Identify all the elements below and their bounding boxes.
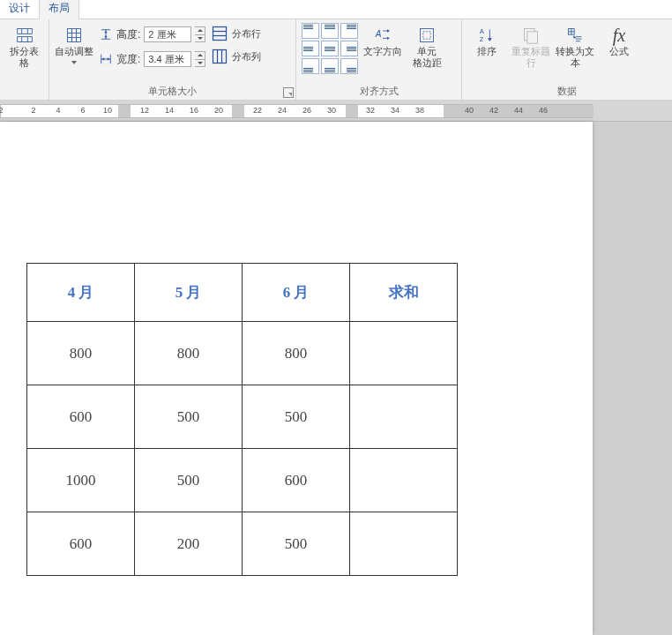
sort-button[interactable]: AZ 排序 [467,23,506,57]
ruler-number: 20 [214,106,223,115]
row-height-label: 高度: [116,27,140,42]
align-mid-center[interactable] [321,41,339,56]
group-data: AZ 排序 重复标题行 转换为文本 fx 公式 数据 [462,19,672,100]
formula-button[interactable]: fx 公式 [600,23,638,57]
distribute-rows-button[interactable]: 分布行 [211,25,261,42]
repeat-header-button: 重复标题行 [511,23,550,69]
svg-marker-19 [102,57,105,61]
sort-icon: AZ [478,26,496,44]
svg-rect-6 [68,29,81,42]
tab-design[interactable]: 设计 [0,0,39,19]
ruler-area: 224610121416202224263032343840424446 [0,101,672,122]
svg-rect-1 [17,37,32,42]
ruler-number: 44 [514,106,523,115]
align-mid-right[interactable] [340,41,358,56]
cell-margins-button[interactable]: 单元 格边距 [407,23,446,69]
ribbon: 拆分表格 自动调整 高度: 2 厘米 [0,19,672,101]
group-cell-size: 自动调整 高度: 2 厘米 宽度: 3.4 厘米 [49,19,296,100]
table-cell[interactable]: 600 [27,385,135,449]
svg-rect-24 [213,50,227,64]
table-header-cell[interactable]: 5 月 [135,264,243,322]
col-width-stepper[interactable] [195,51,205,67]
document-page[interactable]: 4 月5 月6 月求和 8008008006005005001000500600… [0,122,593,635]
svg-marker-15 [104,36,108,39]
autofit-button[interactable]: 自动调整 [55,23,93,64]
text-direction-button[interactable]: A 文字方向 [363,23,402,57]
group-data-label: 数据 [467,83,667,98]
row-height-control: 高度: 2 厘米 [99,25,205,44]
table-cell[interactable]: 500 [135,385,243,449]
table-cell[interactable] [350,449,458,512]
svg-marker-14 [104,31,108,34]
table-cell[interactable]: 800 [27,322,135,385]
align-mid-left[interactable] [302,41,319,56]
align-top-center[interactable] [321,23,339,39]
svg-rect-21 [213,27,227,41]
distribute-rows-label: 分布行 [232,27,261,41]
col-width-label: 宽度: [116,52,140,67]
ruler-number: 14 [165,106,174,115]
align-bot-left[interactable] [302,58,319,74]
table-cell[interactable]: 800 [135,322,243,385]
distribute-rows-icon [211,25,228,42]
table-cell[interactable]: 800 [243,322,350,385]
data-table[interactable]: 4 月5 月6 月求和 8008008006005005001000500600… [26,263,458,576]
horizontal-ruler[interactable]: 224610121416202224263032343840424446 [0,104,593,118]
split-table-button[interactable]: 拆分表格 [5,23,43,69]
row-height-stepper[interactable] [195,26,205,42]
align-bot-center[interactable] [321,58,339,74]
ribbon-tabs: 设计 布局 [0,0,672,19]
table-cell[interactable] [350,512,458,576]
formula-icon: fx [610,26,628,44]
table-header-cell[interactable]: 求和 [350,264,458,322]
distribute-cols-button[interactable]: 分布列 [211,48,261,65]
group-merge: 拆分表格 [0,19,49,100]
ruler-number: 6 [80,106,85,115]
split-table-label: 拆分表格 [5,46,43,69]
sort-label: 排序 [477,46,497,57]
table-header-row: 4 月5 月6 月求和 [27,264,458,322]
align-top-left[interactable] [302,23,319,39]
ruler-number: 30 [327,106,336,115]
svg-text:A: A [375,29,382,39]
table-cell[interactable]: 500 [135,449,243,512]
ruler-number: 46 [539,106,548,115]
tab-layout[interactable]: 布局 [39,0,79,19]
autofit-icon [65,26,83,44]
table-cell[interactable] [350,385,458,449]
convert-to-text-button[interactable]: 转换为文本 [556,23,594,69]
svg-rect-0 [17,29,32,34]
row-height-input[interactable]: 2 厘米 [144,26,191,42]
repeat-header-icon [522,26,540,44]
col-width-icon [99,52,113,66]
autofit-label: 自动调整 [55,46,93,57]
svg-rect-33 [423,32,430,39]
col-width-input[interactable]: 3.4 厘米 [144,51,191,67]
table-row: 1000500600 [27,449,458,512]
align-top-right[interactable] [340,23,358,39]
convert-to-text-label: 转换为文本 [556,46,594,69]
table-cell[interactable]: 1000 [27,449,135,512]
svg-text:Z: Z [480,35,484,43]
chevron-down-icon [71,61,77,64]
table-cell[interactable]: 500 [243,512,350,576]
table-cell[interactable]: 600 [243,449,350,512]
row-height-icon [99,27,113,41]
work-area: 4 月5 月6 月求和 8008008006005005001000500600… [0,122,672,635]
table-cell[interactable]: 600 [27,512,135,576]
svg-marker-20 [108,57,110,61]
table-header-cell[interactable]: 6 月 [243,264,350,322]
table-header-cell[interactable]: 4 月 [27,264,135,322]
cell-size-dialog-launcher[interactable] [283,87,294,98]
ruler-number: 4 [56,106,60,115]
table-row: 600200500 [27,512,458,576]
svg-marker-31 [387,37,390,40]
table-cell[interactable] [350,322,458,385]
ruler-col-marker [232,105,244,117]
align-bot-right[interactable] [340,58,358,74]
ruler-number: 10 [103,106,112,115]
ruler-number: 40 [465,106,474,115]
table-cell[interactable]: 200 [135,512,243,576]
table-row: 600500500 [27,385,458,449]
table-cell[interactable]: 500 [243,385,350,449]
